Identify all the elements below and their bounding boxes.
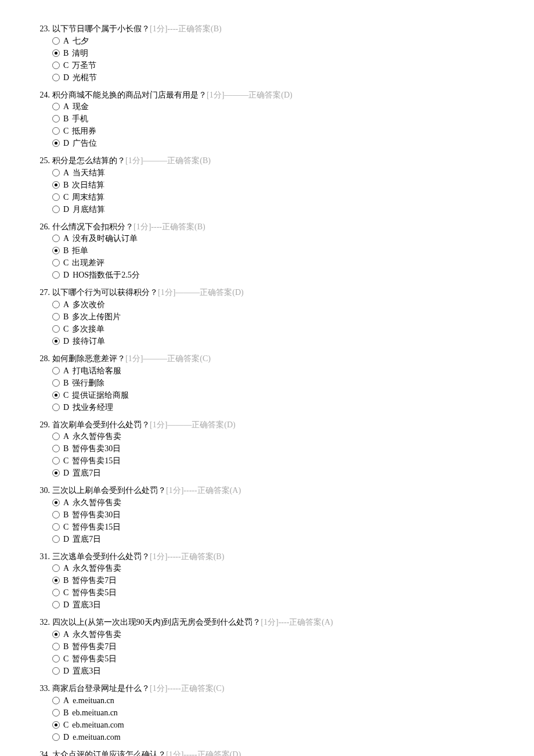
option[interactable]: B多次上传图片 — [52, 311, 499, 323]
option[interactable]: D置底7日 — [52, 533, 499, 545]
option-label: 多次改价 — [73, 298, 105, 311]
option[interactable]: D置底3日 — [52, 665, 499, 677]
option[interactable]: DHOS指数低于2.5分 — [52, 269, 499, 281]
option[interactable]: A永久暂停售卖 — [52, 496, 499, 509]
radio-icon[interactable] — [52, 37, 60, 45]
radio-icon[interactable] — [52, 499, 60, 506]
radio-icon[interactable] — [52, 62, 60, 69]
option[interactable]: B清明 — [52, 47, 499, 59]
option[interactable]: B手机 — [52, 113, 499, 125]
radio-icon[interactable] — [52, 103, 60, 110]
option[interactable]: B暂停售卖7日 — [52, 574, 499, 586]
radio-icon[interactable] — [52, 601, 60, 609]
option[interactable]: D接待订单 — [52, 335, 499, 347]
radio-icon[interactable] — [52, 193, 60, 201]
option[interactable]: C提供证据给商服 — [52, 389, 499, 401]
option[interactable]: A多次改价 — [52, 298, 499, 311]
option[interactable]: B暂停售卖30日 — [52, 442, 499, 455]
radio-icon[interactable] — [52, 271, 60, 279]
radio-icon[interactable] — [52, 404, 60, 411]
radio-icon[interactable] — [52, 511, 60, 519]
option[interactable]: B拒单 — [52, 244, 499, 257]
radio-icon[interactable] — [52, 733, 60, 741]
radio-icon[interactable] — [52, 631, 60, 638]
question: 28.如何删除恶意差评？[1分]———正确答案(C)A打电话给客服B强行删除C提… — [35, 353, 499, 413]
option[interactable]: A当天结算 — [52, 167, 499, 179]
option[interactable]: C出现差评 — [52, 257, 499, 269]
question-body: 积分是怎么结算的？ — [52, 156, 125, 165]
option[interactable]: C暂停售卖15日 — [52, 455, 499, 467]
option[interactable]: Ceb.meituan.com — [52, 719, 499, 731]
radio-icon[interactable] — [52, 457, 60, 465]
radio-icon[interactable] — [52, 115, 60, 123]
option[interactable]: A永久暂停售卖 — [52, 430, 499, 442]
option[interactable]: C暂停售卖15日 — [52, 521, 499, 533]
options: A永久暂停售卖B暂停售卖7日C暂停售卖5日D置底3日 — [35, 562, 499, 611]
option[interactable]: D光棍节 — [52, 71, 499, 84]
radio-icon[interactable] — [52, 469, 60, 477]
option[interactable]: D找业务经理 — [52, 401, 499, 413]
radio-icon[interactable] — [52, 643, 60, 650]
radio-icon[interactable] — [52, 247, 60, 254]
option[interactable]: A打电话给客服 — [52, 365, 499, 377]
option[interactable]: A七夕 — [52, 35, 499, 47]
option[interactable]: B次日结算 — [52, 179, 499, 191]
option[interactable]: C周末结算 — [52, 191, 499, 203]
radio-icon[interactable] — [52, 127, 60, 135]
radio-icon[interactable] — [52, 235, 60, 242]
radio-icon[interactable] — [52, 325, 60, 333]
radio-icon[interactable] — [52, 313, 60, 321]
question-meta: [1分]———正确答案(C) — [125, 354, 211, 363]
option[interactable]: C多次接单 — [52, 323, 499, 335]
radio-icon[interactable] — [52, 379, 60, 387]
radio-icon[interactable] — [52, 523, 60, 531]
radio-icon[interactable] — [52, 301, 60, 308]
radio-icon[interactable] — [52, 535, 60, 543]
radio-icon[interactable] — [52, 721, 60, 729]
option-letter: C — [63, 653, 68, 665]
radio-icon[interactable] — [52, 169, 60, 177]
radio-icon[interactable] — [52, 337, 60, 345]
option[interactable]: C万圣节 — [52, 59, 499, 71]
option-label: 找业务经理 — [73, 401, 113, 413]
radio-icon[interactable] — [52, 181, 60, 189]
option[interactable]: A现金 — [52, 100, 499, 113]
option[interactable]: D置底7日 — [52, 467, 499, 479]
option-label: 打电话给客服 — [73, 365, 121, 377]
radio-icon[interactable] — [52, 74, 60, 81]
radio-icon[interactable] — [52, 49, 60, 57]
option[interactable]: A永久暂停售卖 — [52, 562, 499, 574]
option[interactable]: De.meituan.com — [52, 731, 499, 743]
option[interactable]: A没有及时确认订单 — [52, 232, 499, 244]
option[interactable]: D广告位 — [52, 137, 499, 149]
option-letter: D — [63, 269, 69, 281]
radio-icon[interactable] — [52, 667, 60, 675]
radio-icon[interactable] — [52, 445, 60, 452]
option[interactable]: C暂停售卖5日 — [52, 653, 499, 665]
question-body: 如何删除恶意差评？ — [52, 354, 125, 363]
radio-icon[interactable] — [52, 655, 60, 663]
radio-icon[interactable] — [52, 577, 60, 584]
radio-icon[interactable] — [52, 589, 60, 596]
radio-icon[interactable] — [52, 709, 60, 717]
radio-icon[interactable] — [52, 697, 60, 704]
option[interactable]: Beb.meituan.cn — [52, 707, 499, 719]
option[interactable]: Ae.meituan.cn — [52, 694, 499, 707]
question-text: 以下节日哪个属于小长假？[1分]----正确答案(B) — [52, 23, 499, 35]
option[interactable]: D置底3日 — [52, 599, 499, 611]
radio-icon[interactable] — [52, 139, 60, 147]
option[interactable]: D月底结算 — [52, 203, 499, 215]
option[interactable]: B暂停售卖30日 — [52, 509, 499, 521]
option[interactable]: C抵用券 — [52, 125, 499, 137]
option[interactable]: C暂停售卖5日 — [52, 586, 499, 599]
radio-icon[interactable] — [52, 433, 60, 440]
radio-icon[interactable] — [52, 259, 60, 267]
option[interactable]: B暂停售卖7日 — [52, 640, 499, 653]
option[interactable]: B强行删除 — [52, 377, 499, 389]
option[interactable]: A永久暂停售卖 — [52, 628, 499, 640]
radio-icon[interactable] — [52, 391, 60, 399]
radio-icon[interactable] — [52, 367, 60, 375]
question: 34.大众点评的订单应该怎么确认？[1分]-----正确答案(D)A联系点评业务… — [35, 749, 499, 756]
radio-icon[interactable] — [52, 206, 60, 213]
radio-icon[interactable] — [52, 564, 60, 572]
